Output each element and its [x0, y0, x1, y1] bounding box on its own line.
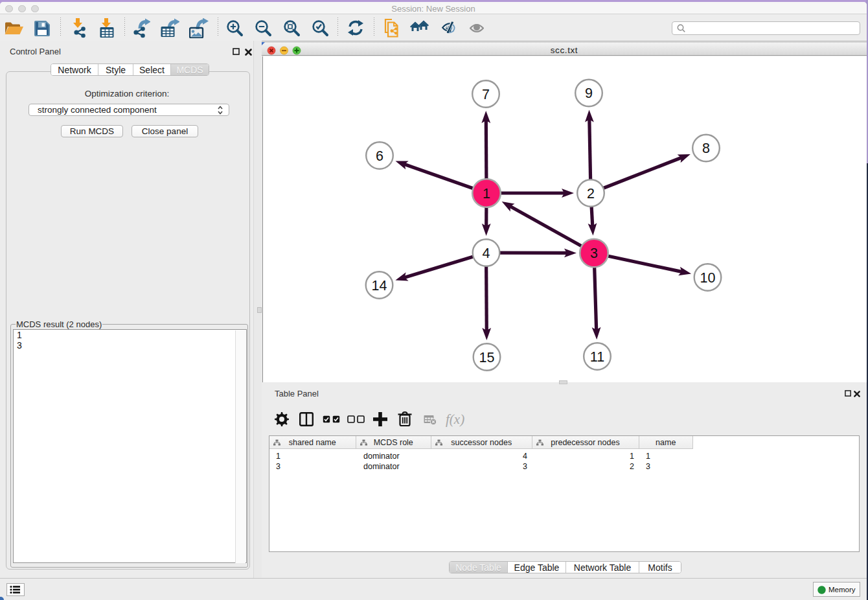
svg-text:2: 2: [587, 186, 595, 202]
svg-text:4: 4: [483, 246, 490, 261]
svg-text:10: 10: [700, 270, 716, 286]
svg-text:3: 3: [590, 246, 598, 261]
svg-text:9: 9: [585, 86, 593, 101]
svg-text:15: 15: [479, 350, 495, 365]
svg-text:7: 7: [482, 87, 490, 102]
svg-text:1: 1: [483, 186, 490, 202]
svg-text:6: 6: [376, 148, 383, 164]
svg-text:11: 11: [590, 349, 604, 365]
svg-text:8: 8: [702, 141, 710, 156]
svg-text:14: 14: [372, 278, 387, 294]
